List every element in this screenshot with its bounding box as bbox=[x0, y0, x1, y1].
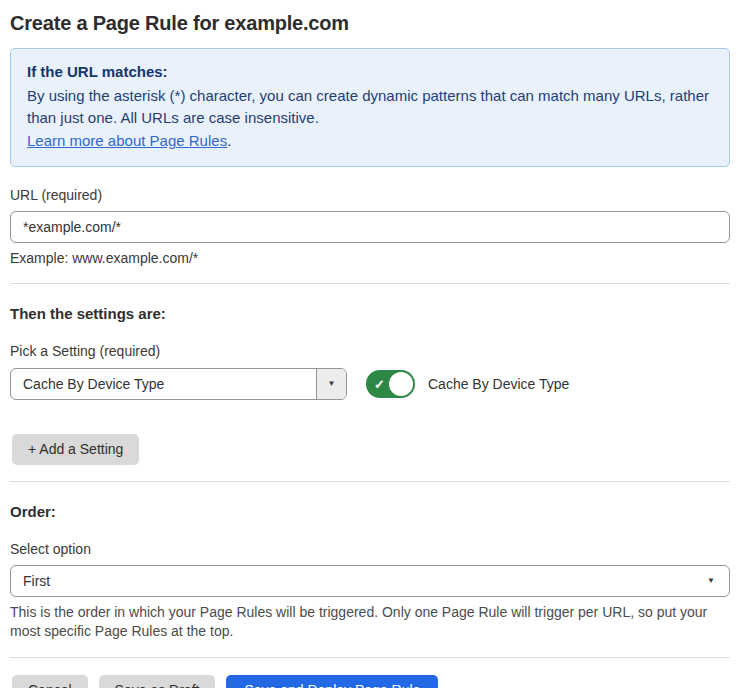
setting-row: Cache By Device Type ▼ ✓ Cache By Device… bbox=[10, 368, 730, 400]
section-divider bbox=[10, 283, 730, 284]
url-label: URL (required) bbox=[10, 187, 730, 204]
link-suffix: . bbox=[227, 132, 231, 149]
save-as-draft-button[interactable]: Save as Draft bbox=[99, 675, 216, 688]
section-divider bbox=[10, 481, 730, 482]
setting-dropdown[interactable]: Cache By Device Type ▼ bbox=[10, 368, 347, 400]
order-select-value: First bbox=[23, 573, 707, 589]
settings-section-heading: Then the settings are: bbox=[10, 304, 730, 323]
info-box-link-line: Learn more about Page Rules. bbox=[27, 130, 713, 152]
cancel-button[interactable]: Cancel bbox=[12, 675, 88, 688]
section-divider bbox=[10, 657, 730, 658]
select-option-label: Select option bbox=[10, 541, 730, 558]
footer-actions: Cancel Save as Draft Save and Deploy Pag… bbox=[12, 675, 730, 688]
pick-setting-label: Pick a Setting (required) bbox=[10, 343, 730, 360]
info-box-heading: If the URL matches: bbox=[27, 61, 713, 82]
order-section-heading: Order: bbox=[10, 502, 730, 521]
order-helper-text: This is the order in which your Page Rul… bbox=[10, 603, 720, 641]
add-setting-button[interactable]: + Add a Setting bbox=[12, 434, 139, 465]
order-select[interactable]: First ▼ bbox=[10, 565, 730, 597]
url-input[interactable] bbox=[10, 211, 730, 243]
toggle-label: Cache By Device Type bbox=[428, 376, 569, 392]
toggle-knob bbox=[389, 372, 413, 396]
chevron-down-icon: ▼ bbox=[328, 380, 336, 388]
cache-by-device-type-toggle[interactable]: ✓ bbox=[366, 370, 415, 398]
page-title: Create a Page Rule for example.com bbox=[10, 10, 730, 36]
chevron-down-icon: ▼ bbox=[707, 577, 715, 585]
url-example-helper: Example: www.example.com/* bbox=[10, 250, 730, 267]
check-icon: ✓ bbox=[374, 378, 385, 391]
add-setting-row: + Add a Setting bbox=[12, 434, 730, 465]
save-and-deploy-button[interactable]: Save and Deploy Page Rule bbox=[226, 675, 438, 688]
create-page-rule-form: Create a Page Rule for example.com If th… bbox=[0, 0, 750, 688]
setting-dropdown-arrow-button[interactable]: ▼ bbox=[316, 369, 346, 399]
learn-more-link[interactable]: Learn more about Page Rules bbox=[27, 132, 227, 149]
setting-dropdown-value: Cache By Device Type bbox=[11, 376, 316, 392]
url-match-info-box: If the URL matches: By using the asteris… bbox=[10, 48, 730, 167]
info-box-body: By using the asterisk (*) character, you… bbox=[27, 85, 713, 129]
